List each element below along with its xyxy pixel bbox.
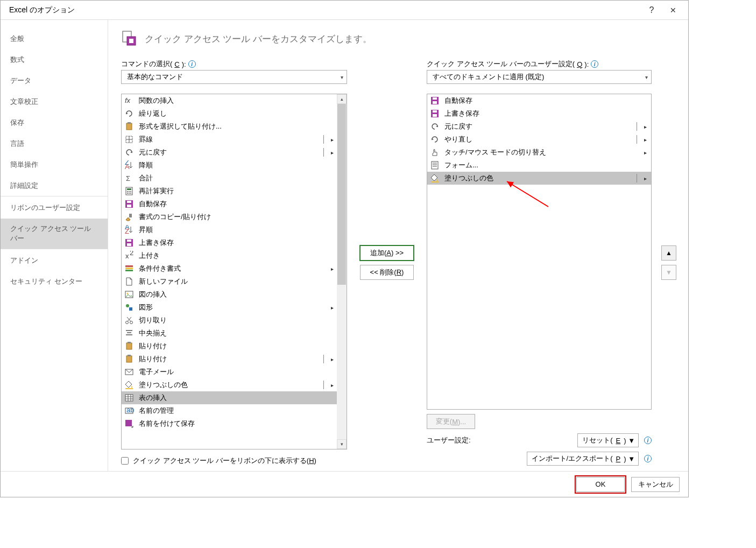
list-item[interactable]: 形式を選択して貼り付け... — [122, 120, 347, 133]
choose-commands-dropdown[interactable]: 基本的なコマンド▾ — [121, 70, 347, 84]
svg-rect-5 — [128, 122, 131, 124]
submenu-arrow-icon: ▸ — [641, 137, 649, 143]
list-item-label: フォーム... — [444, 160, 649, 170]
svg-rect-51 — [125, 395, 133, 401]
list-item[interactable]: 元に戻す▸ — [122, 146, 347, 159]
name-mgr-icon: ab — [124, 405, 135, 416]
submenu-arrow-icon: ▸ — [328, 382, 336, 388]
available-commands-listbox[interactable]: ▴ ▾ fx関数の挿入繰り返し形式を選択して貼り付け...罫線▸元に戻す▸ZA降… — [121, 94, 347, 449]
list-item[interactable]: Σ合計 — [122, 172, 347, 185]
info-icon[interactable]: i — [591, 60, 598, 68]
customize-qat-label: クイック アクセス ツール バーのユーザー設定(Q): i — [427, 59, 652, 69]
info-icon[interactable]: i — [644, 437, 652, 444]
qat-commands-listbox[interactable]: 自動保存上書き保存元に戻す▸やり直し▸タッチ/マウス モードの切り替え▸フォーム… — [427, 94, 652, 410]
borders-icon — [124, 134, 135, 145]
undo-icon — [124, 147, 135, 158]
sidebar-item[interactable]: 言語 — [1, 134, 108, 154]
list-item[interactable]: 電子メール — [122, 366, 347, 378]
list-item[interactable]: ZA降順 — [122, 159, 347, 172]
customizations-label: ユーザー設定: — [427, 435, 572, 445]
show-below-ribbon-checkbox[interactable] — [121, 457, 129, 465]
sidebar-item[interactable]: セキュリティ センター — [1, 271, 108, 292]
list-item[interactable]: 図形▸ — [122, 301, 347, 314]
options-sidebar: 全般数式データ文章校正保存言語簡単操作詳細設定リボンのユーザー設定クイック アク… — [1, 20, 108, 471]
list-item[interactable]: 自動保存 — [427, 94, 651, 107]
help-icon[interactable]: ? — [641, 1, 662, 20]
scroll-down-icon[interactable]: ▾ — [337, 439, 347, 449]
svg-rect-45 — [126, 343, 132, 349]
redo-icon — [124, 108, 135, 119]
svg-rect-47 — [126, 356, 132, 362]
calc-icon — [124, 186, 135, 196]
info-icon[interactable]: i — [188, 60, 196, 68]
save-icon — [124, 237, 135, 248]
svg-rect-61 — [433, 97, 437, 100]
list-item[interactable]: 書式のコピー/貼り付け — [122, 210, 347, 223]
import-export-button[interactable]: インポート/エクスポート(P) ▼ — [527, 452, 639, 466]
list-item[interactable]: 罫線▸ — [122, 133, 347, 146]
sidebar-item[interactable]: 全般 — [1, 29, 108, 50]
svg-rect-37 — [129, 307, 132, 311]
ok-button[interactable]: OK — [576, 477, 625, 492]
list-item[interactable]: fx関数の挿入 — [122, 94, 347, 107]
chevron-down-icon: ▾ — [341, 74, 343, 80]
reset-button[interactable]: リセット(E) ▼ — [577, 433, 639, 447]
show-below-ribbon-label: クイック アクセス ツール バーをリボンの下に表示する(H) — [133, 456, 316, 466]
list-item[interactable]: ab名前の管理 — [122, 404, 347, 417]
svg-text:fx: fx — [125, 96, 131, 104]
list-item[interactable]: 自動保存 — [122, 198, 347, 210]
sidebar-item[interactable]: 数式 — [1, 50, 108, 71]
sidebar-item[interactable]: リボンのユーザー設定 — [1, 198, 108, 219]
list-item[interactable]: 上書き保存 — [427, 107, 651, 120]
list-item[interactable]: 塗りつぶしの色▸ — [427, 172, 651, 185]
svg-rect-13 — [127, 188, 131, 190]
svg-rect-28 — [127, 243, 131, 246]
list-item[interactable]: 上書き保存 — [122, 236, 347, 249]
list-item[interactable]: AZ昇順 — [122, 223, 347, 236]
close-icon[interactable]: ✕ — [662, 1, 684, 20]
list-item-label: 塗りつぶしの色 — [444, 173, 632, 183]
scroll-up-icon[interactable]: ▴ — [337, 94, 347, 104]
svg-rect-2 — [129, 39, 133, 43]
list-item[interactable]: 条件付き書式▸ — [122, 262, 347, 275]
info-icon[interactable]: i — [644, 455, 652, 462]
saveas-icon — [124, 418, 135, 429]
list-item[interactable]: 再計算実行 — [122, 185, 347, 198]
add-button[interactable]: 追加(A) >> — [360, 245, 414, 261]
paste-icon — [124, 354, 135, 364]
list-item[interactable]: 図の挿入 — [122, 288, 347, 301]
svg-text:A: A — [125, 163, 130, 170]
scrollbar[interactable]: ▴ ▾ — [337, 94, 347, 449]
list-item[interactable]: フォーム... — [427, 159, 651, 172]
table-icon — [124, 392, 135, 403]
sidebar-item[interactable]: 詳細設定 — [1, 175, 108, 196]
list-item[interactable]: 塗りつぶしの色▸ — [122, 378, 347, 391]
sidebar-item[interactable]: 文章校正 — [1, 92, 108, 113]
autosave-icon — [429, 95, 440, 106]
sidebar-item[interactable]: 保存 — [1, 113, 108, 134]
sidebar-item[interactable]: クイック アクセス ツール バー — [1, 219, 108, 249]
list-item[interactable]: x2上付き — [122, 249, 347, 262]
list-item[interactable]: 切り取り — [122, 314, 347, 327]
list-item[interactable]: 表の挿入 — [122, 391, 347, 404]
move-up-button[interactable]: ▲ — [661, 245, 676, 261]
apply-to-dropdown[interactable]: すべてのドキュメントに適用 (既定)▾ — [427, 70, 652, 84]
cancel-button[interactable]: キャンセル — [631, 477, 680, 492]
list-item[interactable]: 新しいファイル — [122, 275, 347, 288]
submenu-arrow-icon: ▸ — [328, 356, 336, 362]
remove-button[interactable]: << 削除(R) — [360, 265, 414, 280]
list-item[interactable]: 中央揃え — [122, 327, 347, 340]
list-item[interactable]: 元に戻す▸ — [427, 120, 651, 133]
customize-qat-icon — [121, 30, 138, 48]
list-item-label: 元に戻す — [444, 122, 632, 131]
list-item[interactable]: やり直し▸ — [427, 133, 651, 146]
list-item[interactable]: 名前を付けて保存 — [122, 417, 347, 430]
sidebar-item[interactable]: アドイン — [1, 250, 108, 271]
list-item[interactable]: 貼り付け▸ — [122, 353, 347, 366]
list-item-label: 書式のコピー/貼り付け — [139, 212, 336, 222]
list-item[interactable]: 貼り付け — [122, 340, 347, 353]
list-item[interactable]: 繰り返し — [122, 107, 347, 120]
sidebar-item[interactable]: データ — [1, 71, 108, 92]
sidebar-item[interactable]: 簡単操作 — [1, 154, 108, 175]
list-item[interactable]: タッチ/マウス モードの切り替え▸ — [427, 146, 651, 159]
